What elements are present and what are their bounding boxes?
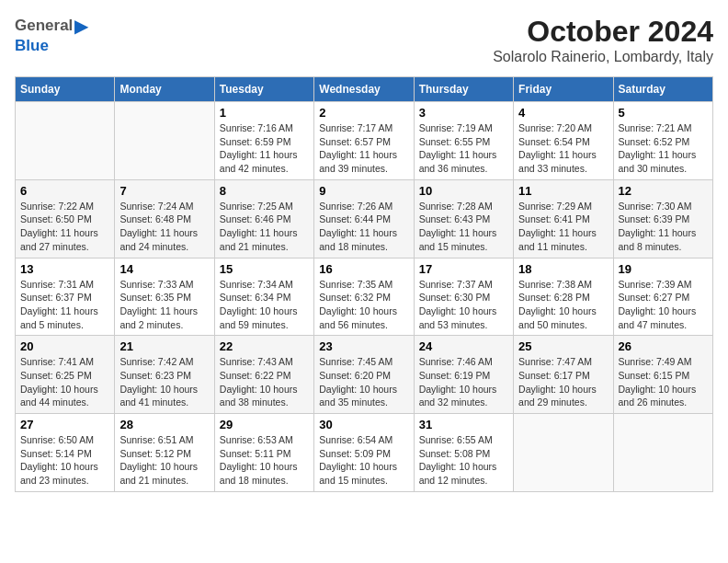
calendar-cell [16,102,115,180]
calendar-cell: 27Sunrise: 6:50 AM Sunset: 5:14 PM Dayli… [16,414,115,492]
day-number: 9 [319,184,408,198]
day-number: 26 [619,339,708,353]
day-info: Sunrise: 7:31 AM Sunset: 6:37 PM Dayligh… [20,278,109,332]
month-title: October 2024 [493,15,713,49]
day-info: Sunrise: 7:26 AM Sunset: 6:44 PM Dayligh… [319,200,408,254]
calendar-body: 1Sunrise: 7:16 AM Sunset: 6:59 PM Daylig… [16,102,713,492]
calendar-cell: 17Sunrise: 7:37 AM Sunset: 6:30 PM Dayli… [414,258,513,336]
day-number: 14 [119,262,209,276]
day-number: 19 [619,262,708,276]
calendar-cell: 13Sunrise: 7:31 AM Sunset: 6:37 PM Dayli… [16,258,115,336]
calendar-cell: 30Sunrise: 6:54 AM Sunset: 5:09 PM Dayli… [314,414,414,492]
calendar-cell: 7Sunrise: 7:24 AM Sunset: 6:48 PM Daylig… [115,179,214,258]
day-number: 13 [20,262,109,276]
weekday-header-cell: Sunday [16,77,115,102]
day-number: 18 [518,262,608,276]
day-number: 2 [319,106,408,120]
logo: General ▶ Blue [15,15,88,55]
calendar-cell: 15Sunrise: 7:34 AM Sunset: 6:34 PM Dayli… [214,258,313,336]
calendar-cell: 3Sunrise: 7:19 AM Sunset: 6:55 PM Daylig… [414,102,513,180]
title-area: October 2024 Solarolo Rainerio, Lombardy… [493,15,713,65]
day-info: Sunrise: 7:41 AM Sunset: 6:25 PM Dayligh… [20,355,109,409]
calendar-cell: 23Sunrise: 7:45 AM Sunset: 6:20 PM Dayli… [314,336,414,414]
day-info: Sunrise: 7:17 AM Sunset: 6:57 PM Dayligh… [319,121,408,176]
day-info: Sunrise: 7:25 AM Sunset: 6:46 PM Dayligh… [220,200,309,254]
day-number: 29 [220,418,309,431]
day-info: Sunrise: 7:19 AM Sunset: 6:55 PM Dayligh… [419,121,508,176]
location-title: Solarolo Rainerio, Lombardy, Italy [493,49,713,65]
day-info: Sunrise: 7:47 AM Sunset: 6:17 PM Dayligh… [518,355,608,409]
calendar-cell: 31Sunrise: 6:55 AM Sunset: 5:08 PM Dayli… [414,414,513,492]
day-info: Sunrise: 6:54 AM Sunset: 5:09 PM Dayligh… [319,433,408,488]
calendar-cell: 1Sunrise: 7:16 AM Sunset: 6:59 PM Daylig… [214,102,313,180]
calendar-cell: 16Sunrise: 7:35 AM Sunset: 6:32 PM Dayli… [314,258,414,336]
calendar-cell: 24Sunrise: 7:46 AM Sunset: 6:19 PM Dayli… [414,336,513,414]
weekday-header-cell: Saturday [613,77,712,102]
day-number: 12 [619,184,708,198]
day-number: 4 [518,106,608,120]
weekday-header-cell: Monday [115,77,214,102]
calendar-cell: 11Sunrise: 7:29 AM Sunset: 6:41 PM Dayli… [514,179,613,258]
calendar-cell: 22Sunrise: 7:43 AM Sunset: 6:22 PM Dayli… [214,336,313,414]
day-info: Sunrise: 7:33 AM Sunset: 6:35 PM Dayligh… [119,278,209,332]
day-number: 31 [419,418,508,431]
calendar-week-row: 6Sunrise: 7:22 AM Sunset: 6:50 PM Daylig… [16,179,713,258]
day-info: Sunrise: 7:30 AM Sunset: 6:39 PM Dayligh… [619,200,708,254]
day-number: 27 [20,418,109,431]
day-info: Sunrise: 6:50 AM Sunset: 5:14 PM Dayligh… [20,433,109,488]
day-info: Sunrise: 7:46 AM Sunset: 6:19 PM Dayligh… [419,355,508,409]
day-info: Sunrise: 7:21 AM Sunset: 6:52 PM Dayligh… [619,121,708,176]
day-number: 30 [319,418,408,431]
calendar-cell: 6Sunrise: 7:22 AM Sunset: 6:50 PM Daylig… [16,179,115,258]
day-info: Sunrise: 7:34 AM Sunset: 6:34 PM Dayligh… [220,278,309,332]
calendar-week-row: 27Sunrise: 6:50 AM Sunset: 5:14 PM Dayli… [16,414,713,492]
weekday-header-row: SundayMondayTuesdayWednesdayThursdayFrid… [16,77,713,102]
calendar-week-row: 1Sunrise: 7:16 AM Sunset: 6:59 PM Daylig… [16,102,713,180]
calendar-cell: 19Sunrise: 7:39 AM Sunset: 6:27 PM Dayli… [613,258,712,336]
day-info: Sunrise: 6:55 AM Sunset: 5:08 PM Dayligh… [419,433,508,488]
weekday-header-cell: Wednesday [314,77,414,102]
calendar-cell: 14Sunrise: 7:33 AM Sunset: 6:35 PM Dayli… [115,258,214,336]
day-info: Sunrise: 6:53 AM Sunset: 5:11 PM Dayligh… [220,433,309,488]
day-info: Sunrise: 7:38 AM Sunset: 6:28 PM Dayligh… [518,278,608,332]
day-number: 3 [419,106,508,120]
calendar-cell [613,414,712,492]
day-number: 24 [419,339,508,353]
day-info: Sunrise: 7:42 AM Sunset: 6:23 PM Dayligh… [119,355,209,409]
page-header: General ▶ Blue October 2024 Solarolo Rai… [15,15,713,65]
day-number: 28 [119,418,209,431]
calendar-cell: 12Sunrise: 7:30 AM Sunset: 6:39 PM Dayli… [613,179,712,258]
day-info: Sunrise: 7:24 AM Sunset: 6:48 PM Dayligh… [119,200,209,254]
day-info: Sunrise: 7:22 AM Sunset: 6:50 PM Dayligh… [20,200,109,254]
calendar-cell [115,102,214,180]
calendar-cell: 20Sunrise: 7:41 AM Sunset: 6:25 PM Dayli… [16,336,115,414]
day-info: Sunrise: 7:20 AM Sunset: 6:54 PM Dayligh… [518,121,608,176]
calendar-cell [514,414,613,492]
calendar-cell: 8Sunrise: 7:25 AM Sunset: 6:46 PM Daylig… [214,179,313,258]
calendar-week-row: 13Sunrise: 7:31 AM Sunset: 6:37 PM Dayli… [16,258,713,336]
logo-general: General [15,17,73,35]
calendar-cell: 5Sunrise: 7:21 AM Sunset: 6:52 PM Daylig… [613,102,712,180]
day-number: 17 [419,262,508,276]
day-number: 11 [518,184,608,198]
logo-blue: Blue [15,37,49,54]
weekday-header-cell: Friday [514,77,613,102]
calendar-week-row: 20Sunrise: 7:41 AM Sunset: 6:25 PM Dayli… [16,336,713,414]
day-number: 1 [220,106,309,120]
calendar-cell: 4Sunrise: 7:20 AM Sunset: 6:54 PM Daylig… [514,102,613,180]
day-info: Sunrise: 7:45 AM Sunset: 6:20 PM Dayligh… [319,355,408,409]
day-number: 6 [20,184,109,198]
calendar-cell: 18Sunrise: 7:38 AM Sunset: 6:28 PM Dayli… [514,258,613,336]
day-number: 5 [619,106,708,120]
day-number: 7 [119,184,209,198]
day-number: 8 [220,184,309,198]
calendar-cell: 21Sunrise: 7:42 AM Sunset: 6:23 PM Dayli… [115,336,214,414]
day-number: 22 [220,339,309,353]
weekday-header-cell: Thursday [414,77,513,102]
weekday-header-cell: Tuesday [214,77,313,102]
day-info: Sunrise: 7:49 AM Sunset: 6:15 PM Dayligh… [619,355,708,409]
day-number: 23 [319,339,408,353]
day-info: Sunrise: 7:28 AM Sunset: 6:43 PM Dayligh… [419,200,508,254]
calendar-cell: 25Sunrise: 7:47 AM Sunset: 6:17 PM Dayli… [514,336,613,414]
day-info: Sunrise: 7:16 AM Sunset: 6:59 PM Dayligh… [220,121,309,176]
